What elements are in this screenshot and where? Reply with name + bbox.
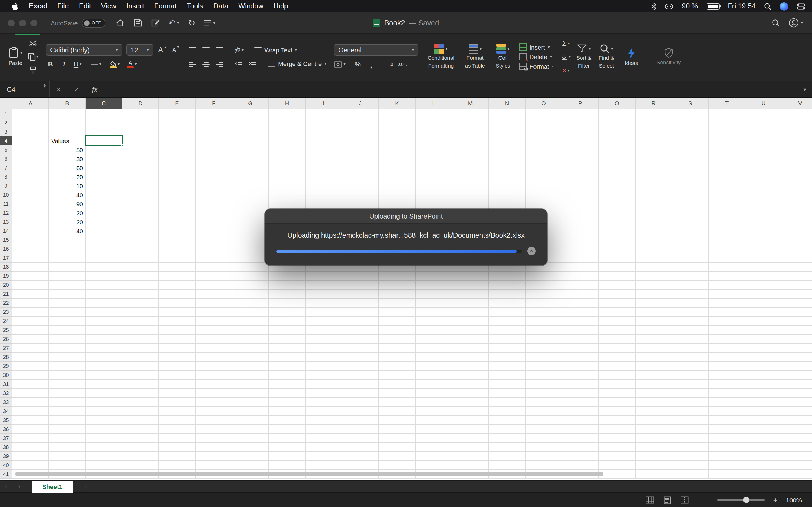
cell-J24[interactable] xyxy=(342,317,379,326)
cell-U19[interactable] xyxy=(746,272,782,281)
cell-Q35[interactable] xyxy=(599,416,636,425)
cell-R35[interactable] xyxy=(636,416,672,425)
cell-Q25[interactable] xyxy=(599,326,636,335)
cell-G30[interactable] xyxy=(232,371,269,380)
cell-L2[interactable] xyxy=(416,118,452,127)
cell-G22[interactable] xyxy=(232,298,269,307)
cell-S13[interactable] xyxy=(672,217,709,226)
cell-U39[interactable] xyxy=(746,452,782,461)
cell-U6[interactable] xyxy=(746,154,782,163)
decrease-indent-button[interactable] xyxy=(234,58,244,68)
row-header-1[interactable]: 1 xyxy=(0,109,12,118)
cell-D28[interactable] xyxy=(122,353,159,362)
cell-V10[interactable] xyxy=(782,190,812,200)
cell-G1[interactable] xyxy=(232,109,269,118)
cell-M29[interactable] xyxy=(452,362,489,371)
cell-G13[interactable] xyxy=(232,217,269,226)
cell-S20[interactable] xyxy=(672,281,709,290)
cell-A37[interactable] xyxy=(12,434,49,443)
cell-N31[interactable] xyxy=(489,380,525,389)
format-as-table-button[interactable]: ▾ Format as Table xyxy=(463,37,487,76)
cell-F15[interactable] xyxy=(196,235,232,244)
cell-S41[interactable] xyxy=(672,470,709,479)
cell-B10[interactable]: 40 xyxy=(49,190,86,200)
cell-N3[interactable] xyxy=(489,127,525,136)
cell-T7[interactable] xyxy=(709,163,746,172)
cell-I22[interactable] xyxy=(306,298,342,307)
cell-Q27[interactable] xyxy=(599,344,636,353)
cell-A39[interactable] xyxy=(12,452,49,461)
cell-C23[interactable] xyxy=(86,307,122,317)
cut-button[interactable] xyxy=(28,38,38,48)
cell-I29[interactable] xyxy=(306,362,342,371)
cell-N23[interactable] xyxy=(489,307,525,317)
cell-C11[interactable] xyxy=(86,200,122,209)
cell-K21[interactable] xyxy=(379,290,416,298)
column-header-L[interactable]: L xyxy=(416,98,452,109)
cell-A15[interactable] xyxy=(12,235,49,244)
number-format-select[interactable]: General ▾ xyxy=(334,44,418,56)
cell-J37[interactable] xyxy=(342,434,379,443)
cell-K32[interactable] xyxy=(379,389,416,398)
cell-Q19[interactable] xyxy=(599,272,636,281)
zoom-slider[interactable] xyxy=(718,499,765,501)
cell-D31[interactable] xyxy=(122,380,159,389)
cell-U22[interactable] xyxy=(746,298,782,307)
cell-J9[interactable] xyxy=(342,181,379,190)
undo-button[interactable]: ↶ ▾ xyxy=(168,18,179,28)
cell-G11[interactable] xyxy=(232,200,269,209)
cell-U2[interactable] xyxy=(746,118,782,127)
row-header-31[interactable]: 31 xyxy=(0,380,12,389)
cell-U9[interactable] xyxy=(746,181,782,190)
column-header-C[interactable]: C xyxy=(86,98,122,109)
cell-U15[interactable] xyxy=(746,235,782,244)
cell-T25[interactable] xyxy=(709,326,746,335)
cell-G36[interactable] xyxy=(232,425,269,434)
row-header-12[interactable]: 12 xyxy=(0,209,12,217)
row-header-28[interactable]: 28 xyxy=(0,353,12,362)
cell-A32[interactable] xyxy=(12,389,49,398)
row-header-35[interactable]: 35 xyxy=(0,416,12,425)
cell-T31[interactable] xyxy=(709,380,746,389)
cell-K35[interactable] xyxy=(379,416,416,425)
cell-C35[interactable] xyxy=(86,416,122,425)
cell-G10[interactable] xyxy=(232,190,269,200)
cell-M31[interactable] xyxy=(452,380,489,389)
cell-G3[interactable] xyxy=(232,127,269,136)
cell-N28[interactable] xyxy=(489,353,525,362)
cell-R34[interactable] xyxy=(636,407,672,416)
cell-U13[interactable] xyxy=(746,217,782,226)
cell-F11[interactable] xyxy=(196,200,232,209)
cell-M5[interactable] xyxy=(452,145,489,154)
cell-C27[interactable] xyxy=(86,344,122,353)
column-header-Q[interactable]: Q xyxy=(599,98,636,109)
sensitivity-button[interactable]: Sensitivity xyxy=(655,37,682,76)
cell-C31[interactable] xyxy=(86,380,122,389)
cell-A30[interactable] xyxy=(12,371,49,380)
cell-E32[interactable] xyxy=(159,389,196,398)
row-header-22[interactable]: 22 xyxy=(0,298,12,307)
control-center-icon[interactable] xyxy=(797,3,805,9)
cell-E6[interactable] xyxy=(159,154,196,163)
cell-G14[interactable] xyxy=(232,226,269,235)
cell-J39[interactable] xyxy=(342,452,379,461)
cell-A31[interactable] xyxy=(12,380,49,389)
cell-P38[interactable] xyxy=(562,443,599,452)
cell-T2[interactable] xyxy=(709,118,746,127)
cell-N10[interactable] xyxy=(489,190,525,200)
cell-U32[interactable] xyxy=(746,389,782,398)
cell-Q33[interactable] xyxy=(599,398,636,407)
menu-tools[interactable]: Tools xyxy=(182,2,208,10)
cell-S18[interactable] xyxy=(672,263,709,272)
cell-H8[interactable] xyxy=(269,172,306,181)
cell-R21[interactable] xyxy=(636,290,672,298)
cell-T34[interactable] xyxy=(709,407,746,416)
cell-U25[interactable] xyxy=(746,326,782,335)
home-icon[interactable] xyxy=(115,18,124,27)
row-header-21[interactable]: 21 xyxy=(0,290,12,298)
cell-F35[interactable] xyxy=(196,416,232,425)
cell-E17[interactable] xyxy=(159,253,196,263)
cell-D20[interactable] xyxy=(122,281,159,290)
cell-Q21[interactable] xyxy=(599,290,636,298)
cell-K40[interactable] xyxy=(379,461,416,470)
